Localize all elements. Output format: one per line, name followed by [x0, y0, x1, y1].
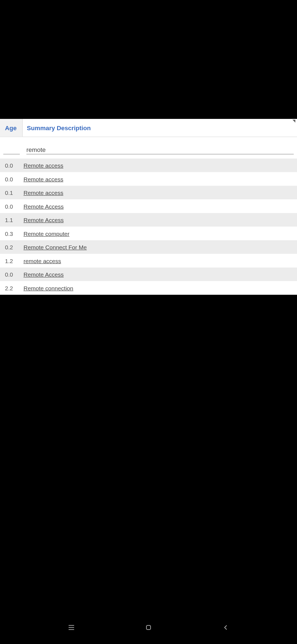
header-age[interactable]: Age: [0, 119, 23, 137]
table-row: 0.0Remote Access: [0, 268, 297, 281]
table-row: 0.0Remote access: [0, 172, 297, 186]
cell-summary-link[interactable]: Remote Access: [24, 203, 292, 209]
table-header: Age Summary Description: [0, 119, 297, 137]
filter-row: [0, 137, 297, 155]
table-row: 2.2Remote connection: [0, 281, 297, 295]
filter-summary-wrapper: [26, 146, 294, 154]
table-row: 0.1Remote access: [0, 186, 297, 200]
cell-summary-link[interactable]: Remote Access: [24, 271, 292, 278]
cell-age: 0.0: [5, 203, 24, 209]
data-rows: 0.0Remote access0.0Remote access0.1Remot…: [0, 159, 297, 295]
cell-age: 2.2: [5, 285, 24, 291]
cell-summary-link[interactable]: remote access: [24, 257, 292, 264]
content-area: Age Summary Description 0.0Remote access…: [0, 119, 297, 295]
cell-summary-link[interactable]: Remote access: [24, 162, 292, 169]
cell-summary-link[interactable]: Remote computer: [24, 230, 292, 237]
svg-rect-3: [146, 626, 150, 630]
nav-home-button[interactable]: [142, 621, 155, 634]
cell-age: 0.0: [5, 271, 24, 278]
filter-caret-icon[interactable]: [293, 120, 296, 123]
table-row: 1.1Remote Access: [0, 213, 297, 227]
table-row: 1.2remote access: [0, 254, 297, 268]
cell-age: 0.1: [5, 189, 24, 196]
cell-summary-link[interactable]: Remote access: [24, 189, 292, 196]
filter-summary-input[interactable]: [26, 146, 294, 153]
filter-age-input[interactable]: [3, 146, 20, 154]
cell-summary-link[interactable]: Remote connection: [24, 285, 292, 291]
table-row: 0.0Remote Access: [0, 200, 297, 213]
cell-summary-link[interactable]: Remote Access: [24, 217, 292, 223]
cell-age: 0.0: [5, 176, 24, 182]
table-row: 0.2Remote Connect For Me: [0, 240, 297, 254]
cell-age: 0.0: [5, 162, 24, 169]
table-row: 0.0Remote access: [0, 159, 297, 172]
table-row: 0.3Remote computer: [0, 227, 297, 241]
android-nav-bar: [0, 619, 297, 636]
nav-back-button[interactable]: [219, 621, 232, 634]
cell-age: 0.2: [5, 244, 24, 250]
cell-age: 1.2: [5, 257, 24, 264]
cell-summary-link[interactable]: Remote Connect For Me: [24, 244, 292, 250]
cell-age: 0.3: [5, 230, 24, 237]
cell-age: 1.1: [5, 217, 24, 223]
header-summary[interactable]: Summary Description: [23, 124, 297, 132]
cell-summary-link[interactable]: Remote access: [24, 176, 292, 182]
nav-recent-button[interactable]: [65, 621, 78, 634]
